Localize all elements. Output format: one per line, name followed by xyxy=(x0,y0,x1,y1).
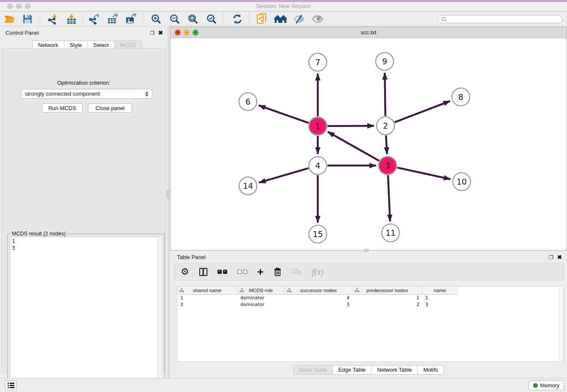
save-session-icon[interactable] xyxy=(21,13,34,25)
node-label: 4 xyxy=(315,161,320,170)
horizontal-splitter-grip[interactable] xyxy=(364,249,369,252)
zoom-out-icon[interactable] xyxy=(168,13,181,25)
node-9[interactable]: 9 xyxy=(376,52,394,70)
task-history-button[interactable] xyxy=(5,381,17,390)
dropdown-stepper-icon xyxy=(145,91,149,97)
mcds-result-text[interactable]: 1 3 xyxy=(10,237,162,387)
cell-shared-name[interactable]: 3 xyxy=(177,301,237,308)
edge-4-14[interactable] xyxy=(259,168,308,182)
node-label: 11 xyxy=(385,228,396,237)
edge-3-11[interactable] xyxy=(388,175,390,221)
column-type-icon xyxy=(239,288,244,293)
cell-MCDS-role[interactable]: dominator xyxy=(237,295,285,301)
control-panel: Control Panel ❒ ✖ NetworkStyleSelectMCDS… xyxy=(0,27,168,378)
hide-selected-icon[interactable] xyxy=(292,13,305,25)
node-14[interactable]: 14 xyxy=(239,177,257,195)
show-hide-columns-icon[interactable] xyxy=(199,266,207,278)
criterion-dropdown[interactable]: strongly connected component xyxy=(21,89,152,99)
edge-2-3[interactable] xyxy=(386,135,387,154)
network-view-window: ✕ − + scc.txt 7968124314101511 xyxy=(170,27,567,251)
edge-2-9[interactable] xyxy=(385,73,385,116)
table-row[interactable]: 3dominator323 xyxy=(177,301,563,308)
export-table-icon[interactable] xyxy=(106,13,119,25)
column-header-MCDS-role[interactable]: MCDS role xyxy=(237,287,285,295)
node-2[interactable]: 2 xyxy=(377,117,394,135)
node-8[interactable]: 8 xyxy=(452,88,470,106)
float-panel-icon[interactable]: ❒ xyxy=(150,30,154,36)
node-15[interactable]: 15 xyxy=(309,225,327,243)
create-column-icon[interactable]: + xyxy=(257,266,264,278)
table-scrollbar[interactable] xyxy=(559,287,563,362)
node-label: 6 xyxy=(245,97,250,106)
search-field[interactable] xyxy=(438,15,562,23)
import-network-icon[interactable] xyxy=(46,13,59,25)
column-header-successor-nodes[interactable]: successor nodes xyxy=(285,287,352,295)
cell-shared-name[interactable]: 1 xyxy=(177,295,237,301)
new-network-from-selection-icon[interactable] xyxy=(256,13,269,25)
node-label: 3 xyxy=(385,161,390,170)
optimization-criterion-label: Optimization criterion: xyxy=(2,80,165,86)
node-7[interactable]: 7 xyxy=(309,53,327,71)
table-body: 1dominator4113dominator323 xyxy=(177,295,563,308)
toolbar-separator xyxy=(82,14,83,25)
import-table-icon[interactable] xyxy=(65,13,78,25)
export-image-icon[interactable] xyxy=(125,13,138,25)
zoom-in-icon[interactable] xyxy=(150,13,162,25)
node-label: 10 xyxy=(457,177,467,186)
cell-predecessor-nodes[interactable]: 1 xyxy=(352,295,422,301)
network-window-titlebar[interactable]: ✕ − + scc.txt xyxy=(171,27,567,38)
table-tab-motifs[interactable]: Motifs xyxy=(418,365,444,375)
edge-1-2[interactable] xyxy=(328,126,374,126)
close-table-panel-icon[interactable]: ✖ xyxy=(557,254,562,260)
cell-name[interactable]: 1 xyxy=(422,295,458,301)
ndex-icon[interactable] xyxy=(274,13,287,25)
mcds-tab-content: Optimization criterion: strongly connect… xyxy=(2,48,166,373)
close-panel-button[interactable]: Close panel xyxy=(88,103,132,113)
cell-MCDS-role[interactable]: dominator xyxy=(237,301,285,308)
node-11[interactable]: 11 xyxy=(382,224,399,242)
toolbar-separator xyxy=(223,14,223,25)
column-header-predecessor-nodes[interactable]: predecessor nodes xyxy=(352,287,422,295)
float-table-panel-icon[interactable]: ❒ xyxy=(549,254,553,260)
table-tab-network-table[interactable]: Network Table xyxy=(372,365,418,375)
cell-successor-nodes[interactable]: 4 xyxy=(285,295,352,301)
cell-predecessor-nodes[interactable]: 2 xyxy=(352,301,422,308)
criterion-value: strongly connected component xyxy=(25,91,145,97)
table-row[interactable]: 1dominator411 xyxy=(177,295,563,301)
column-header-shared-name[interactable]: shared name xyxy=(177,287,237,295)
result-scrollbar[interactable] xyxy=(157,237,162,387)
table-mode-icon[interactable]: ⚙ xyxy=(181,266,189,278)
apply-preferred-layout-icon[interactable] xyxy=(231,13,244,25)
network-graph: 7968124314101511 xyxy=(171,39,567,250)
memory-button[interactable]: Memory xyxy=(528,381,564,390)
node-6[interactable]: 6 xyxy=(239,93,257,110)
memory-label: Memory xyxy=(540,383,559,389)
node-3[interactable]: 3 xyxy=(379,157,396,174)
close-panel-icon[interactable]: ✖ xyxy=(158,30,163,36)
edge-1-6[interactable] xyxy=(259,105,308,123)
column-header-name[interactable]: name xyxy=(422,287,458,295)
node-10[interactable]: 10 xyxy=(453,173,471,190)
edge-2-8[interactable] xyxy=(394,101,450,122)
cell-successor-nodes[interactable]: 3 xyxy=(285,301,352,308)
delete-columns-icon[interactable] xyxy=(274,266,281,278)
edge-3-1[interactable] xyxy=(328,132,379,160)
network-canvas[interactable]: 7968124314101511 xyxy=(171,39,567,250)
search-input[interactable] xyxy=(449,17,559,22)
node-4[interactable]: 4 xyxy=(309,157,327,174)
table-tab-node-table[interactable]: Node Table xyxy=(293,365,333,375)
zoom-selected-icon[interactable] xyxy=(205,13,218,25)
show-all-icon[interactable] xyxy=(311,13,324,25)
select-all-columns-icon[interactable] xyxy=(217,266,227,278)
cell-name[interactable]: 3 xyxy=(422,301,458,308)
session-title: Session: New Session xyxy=(0,3,567,9)
unselect-all-columns-icon[interactable] xyxy=(237,266,247,278)
export-network-icon[interactable] xyxy=(88,13,100,25)
open-session-icon[interactable] xyxy=(3,13,16,25)
list-icon xyxy=(8,383,14,388)
edge-3-10[interactable] xyxy=(397,168,450,179)
zoom-fit-icon[interactable] xyxy=(187,13,199,25)
run-mcds-button[interactable]: Run MCDS xyxy=(42,103,83,113)
node-1[interactable]: 1 xyxy=(309,117,327,135)
table-tab-edge-table[interactable]: Edge Table xyxy=(333,365,372,375)
